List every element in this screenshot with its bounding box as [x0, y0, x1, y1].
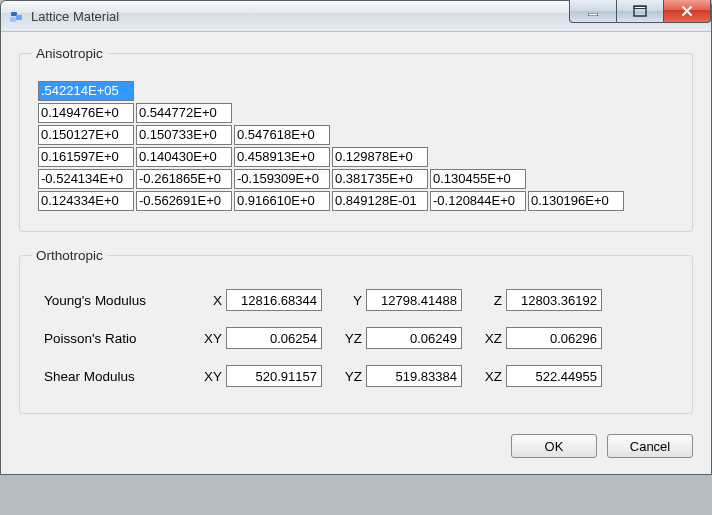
ortho-field: YZ — [334, 327, 462, 349]
ortho-axis-label: XZ — [474, 369, 506, 384]
matrix-cell[interactable] — [430, 191, 526, 211]
ortho-field: YZ — [334, 365, 462, 387]
svg-rect-0 — [11, 12, 17, 16]
matrix-row — [38, 147, 680, 169]
cancel-button[interactable]: Cancel — [607, 434, 693, 458]
window-title: Lattice Material — [31, 9, 119, 24]
ortho-axis-label: XY — [194, 369, 226, 384]
minimize-button[interactable] — [569, 0, 616, 23]
ok-button[interactable]: OK — [511, 434, 597, 458]
matrix-cell[interactable] — [430, 169, 526, 189]
button-row: OK Cancel — [19, 430, 693, 458]
ortho-field: XY — [194, 327, 322, 349]
ortho-field: X — [194, 289, 322, 311]
ortho-row-label: Young's Modulus — [32, 293, 194, 308]
ortho-field: XY — [194, 365, 322, 387]
matrix-cell[interactable] — [234, 169, 330, 189]
matrix-cell[interactable] — [136, 191, 232, 211]
ortho-axis-label: X — [194, 293, 226, 308]
app-icon — [9, 8, 25, 24]
ortho-row: Shear ModulusXYYZXZ — [32, 361, 680, 391]
ortho-axis-label: YZ — [334, 369, 366, 384]
anisotropic-matrix — [38, 81, 680, 213]
matrix-cell[interactable] — [234, 191, 330, 211]
matrix-cell[interactable] — [136, 103, 232, 123]
titlebar[interactable]: Lattice Material — [1, 1, 711, 32]
orthotropic-group: Orthotropic Young's ModulusXYZPoisson's … — [19, 248, 693, 414]
minimize-icon — [587, 5, 599, 17]
svg-rect-1 — [16, 15, 22, 20]
matrix-cell[interactable] — [234, 147, 330, 167]
ortho-value-input[interactable] — [506, 327, 602, 349]
svg-rect-2 — [10, 17, 16, 22]
ortho-field: Z — [474, 289, 602, 311]
anisotropic-group: Anisotropic — [19, 46, 693, 232]
ortho-axis-label: YZ — [334, 331, 366, 346]
close-button[interactable] — [663, 0, 711, 23]
matrix-row — [38, 125, 680, 147]
anisotropic-legend: Anisotropic — [32, 46, 107, 61]
ortho-axis-label: XY — [194, 331, 226, 346]
orthotropic-rows: Young's ModulusXYZPoisson's RatioXYYZXZS… — [32, 285, 680, 391]
ortho-value-input[interactable] — [366, 289, 462, 311]
ortho-value-input[interactable] — [506, 365, 602, 387]
matrix-row — [38, 191, 680, 213]
svg-rect-7 — [635, 7, 645, 8]
matrix-row — [38, 169, 680, 191]
close-icon — [681, 5, 693, 17]
matrix-cell[interactable] — [38, 147, 134, 167]
matrix-cell[interactable] — [38, 81, 134, 101]
dialog-content: Anisotropic Orthotropic Young's ModulusX… — [1, 32, 711, 474]
ortho-row: Poisson's RatioXYYZXZ — [32, 323, 680, 353]
matrix-cell[interactable] — [234, 125, 330, 145]
ortho-value-input[interactable] — [366, 327, 462, 349]
maximize-button[interactable] — [616, 0, 663, 23]
ortho-field: XZ — [474, 327, 602, 349]
window: Lattice Material — [0, 0, 712, 475]
matrix-cell[interactable] — [332, 191, 428, 211]
matrix-cell[interactable] — [528, 191, 624, 211]
ortho-field: XZ — [474, 365, 602, 387]
matrix-cell[interactable] — [38, 191, 134, 211]
matrix-cell[interactable] — [38, 125, 134, 145]
ortho-axis-label: Z — [474, 293, 506, 308]
matrix-cell[interactable] — [136, 169, 232, 189]
matrix-cell[interactable] — [332, 147, 428, 167]
ortho-row-label: Shear Modulus — [32, 369, 194, 384]
ortho-field: Y — [334, 289, 462, 311]
maximize-icon — [633, 5, 647, 17]
matrix-cell[interactable] — [38, 169, 134, 189]
matrix-row — [38, 81, 680, 103]
window-buttons — [569, 0, 711, 23]
svg-rect-4 — [589, 14, 598, 16]
ortho-value-input[interactable] — [226, 327, 322, 349]
matrix-cell[interactable] — [38, 103, 134, 123]
ortho-value-input[interactable] — [226, 365, 322, 387]
ortho-value-input[interactable] — [226, 289, 322, 311]
ortho-row: Young's ModulusXYZ — [32, 285, 680, 315]
ortho-axis-label: Y — [334, 293, 366, 308]
orthotropic-legend: Orthotropic — [32, 248, 107, 263]
matrix-cell[interactable] — [136, 125, 232, 145]
ortho-axis-label: XZ — [474, 331, 506, 346]
ortho-row-label: Poisson's Ratio — [32, 331, 194, 346]
matrix-cell[interactable] — [332, 169, 428, 189]
matrix-cell[interactable] — [136, 147, 232, 167]
matrix-row — [38, 103, 680, 125]
ortho-value-input[interactable] — [506, 289, 602, 311]
ortho-value-input[interactable] — [366, 365, 462, 387]
